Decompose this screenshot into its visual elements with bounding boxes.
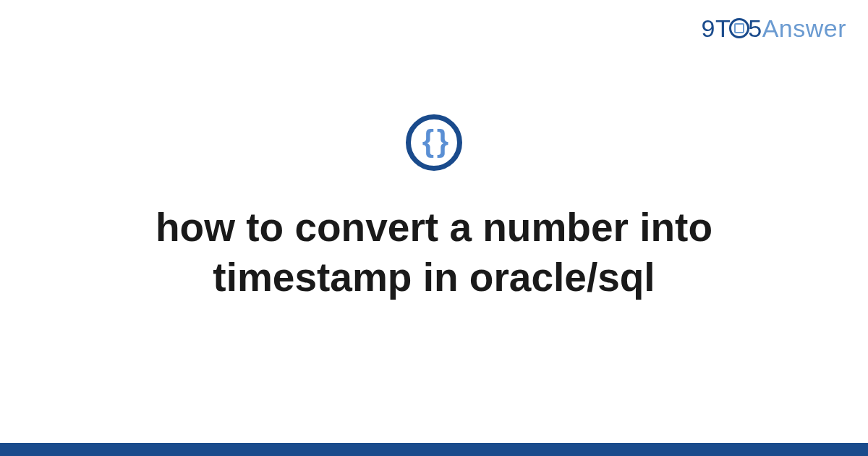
brand-nine: 9: [702, 14, 715, 42]
page-title: how to convert a number into timestamp i…: [72, 203, 796, 303]
footer-accent-bar: [0, 443, 868, 456]
brand-five: 5: [748, 14, 762, 42]
site-brand: 9T5Answer: [702, 14, 847, 43]
brand-t: T: [715, 14, 731, 42]
braces-glyph: { }: [422, 126, 446, 156]
code-braces-icon: { }: [406, 114, 462, 171]
brand-ring-icon: [729, 18, 749, 38]
brand-answer: Answer: [762, 14, 846, 42]
